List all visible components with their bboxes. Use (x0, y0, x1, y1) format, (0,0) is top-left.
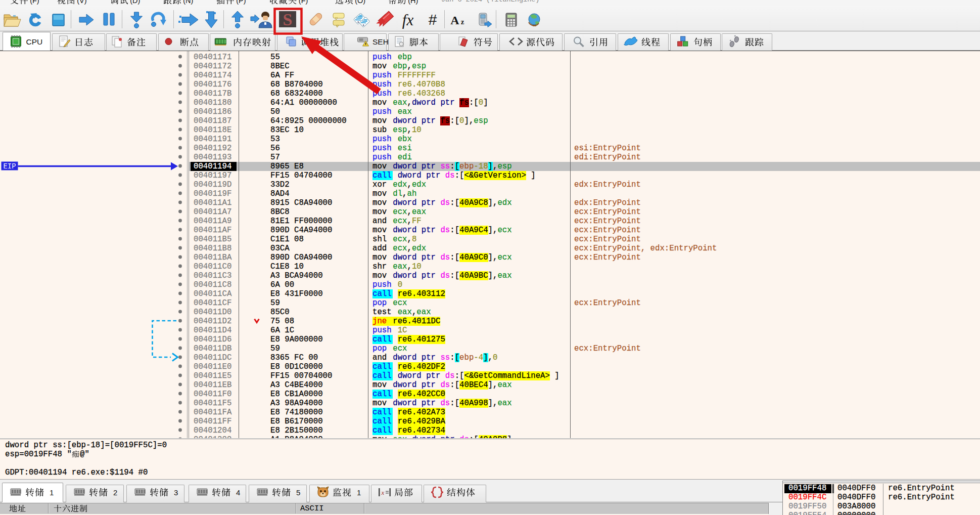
svg-text:A: A (450, 14, 459, 27)
svg-text:x: x (381, 489, 385, 496)
svg-text:fx: fx (402, 11, 414, 29)
svg-text:#: # (429, 11, 437, 28)
svg-text:S: S (283, 10, 293, 29)
svg-text:z: z (461, 18, 464, 26)
